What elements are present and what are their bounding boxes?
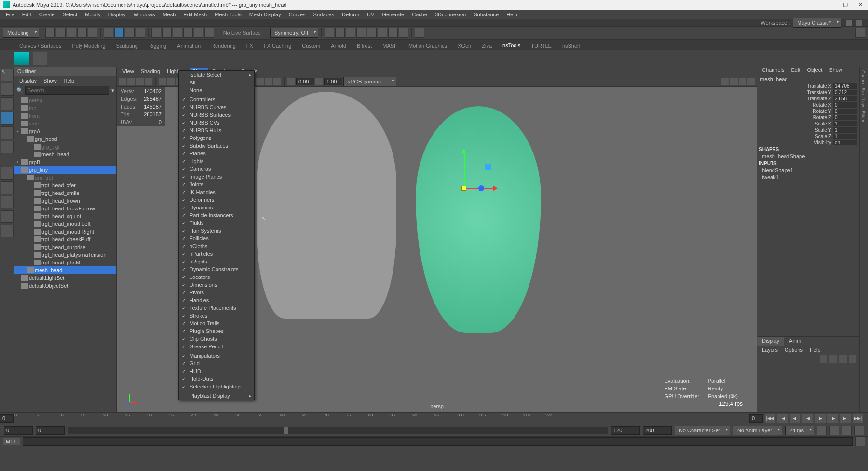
maximize-icon[interactable]: ▢ (843, 1, 850, 8)
account-icon[interactable] (855, 28, 865, 38)
vp-zoom-icon[interactable] (747, 78, 755, 85)
range-in-input[interactable] (36, 426, 65, 435)
shelf-tab-ziva[interactable]: Ziva (477, 42, 497, 50)
show-deformers[interactable]: ✓Deformers (179, 196, 254, 204)
show-dynamics[interactable]: ✓Dynamics (179, 204, 254, 211)
outliner-item-grpA[interactable]: -grpA (14, 127, 116, 135)
outliner-item-trgt_head_mouthLeft[interactable]: trgt_head_mouthLeft (14, 220, 116, 228)
show-grease-pencil[interactable]: ✓Grease Pencil (179, 343, 254, 350)
outliner-item-defaultObjectSet[interactable]: defaultObjectSet (14, 282, 116, 290)
step-back-button[interactable]: ◀| (790, 414, 800, 423)
range-end-input[interactable] (643, 426, 672, 435)
attr-visibility[interactable]: Visibilityon (759, 139, 857, 146)
show-motion-trails[interactable]: ✓Motion Trails (179, 319, 254, 327)
shelf-tab-mash[interactable]: MASH (378, 42, 403, 50)
vp-camera-icon[interactable] (119, 78, 126, 85)
show-nrigids[interactable]: ✓nRigids (179, 258, 254, 265)
shelf-tab-nstools[interactable]: nsTools (498, 41, 525, 50)
menu-help[interactable]: Help (502, 11, 521, 18)
component-mode-icon[interactable] (114, 28, 124, 38)
show-playblast-display[interactable]: Playblast Display (179, 392, 254, 400)
outliner-item-trgt_head_surprise[interactable]: trgt_head_surprise (14, 243, 116, 251)
show-selection-highlighting[interactable]: ✓Selection Highlighting (179, 383, 254, 390)
layers-menu[interactable]: Layers (759, 346, 781, 353)
show-nurbs-cvs[interactable]: ✓NURBS CVs (179, 119, 254, 126)
show-ncloths[interactable]: ✓nCloths (179, 242, 254, 250)
shelf-tab-rendering[interactable]: Rendering (206, 42, 241, 50)
outliner-item-front[interactable]: front (14, 112, 116, 120)
layout-1-button[interactable] (1, 181, 14, 194)
paint-select-button[interactable] (1, 97, 14, 110)
fps-dropdown[interactable]: 24 fps (785, 426, 814, 435)
attr-scale-z[interactable]: Scale Z1 (759, 133, 857, 139)
play-back-button[interactable]: ◀ (802, 414, 813, 423)
prefs-icon-1[interactable] (829, 426, 839, 435)
outliner-item-grp_trgt[interactable]: grp_trgt (14, 143, 116, 151)
menu-surfaces[interactable]: Surfaces (310, 11, 338, 18)
render-icon[interactable] (415, 28, 424, 38)
attr-scale-x[interactable]: Scale X1 (759, 121, 857, 127)
outliner-item-trgt_head_mouthRight[interactable]: trgt_head_mouthRight (14, 228, 116, 236)
vp-colorspace-dropdown[interactable]: sRGB gamma (343, 77, 396, 86)
select-tool-button[interactable]: ↖ (1, 69, 14, 81)
shelf-app-icon[interactable] (14, 52, 29, 65)
next-key-button[interactable]: ▶| (840, 414, 851, 423)
outliner-item-persp[interactable]: persp (14, 97, 116, 104)
layer-icon-1[interactable] (820, 355, 827, 363)
playback-icon-3[interactable] (346, 28, 355, 38)
outliner-item-side[interactable]: side (14, 120, 116, 127)
show-nurbs-hulls[interactable]: ✓NURBS Hulls (179, 126, 254, 134)
show-none[interactable]: None (179, 86, 254, 94)
menu-mesh-tools[interactable]: Mesh Tools (211, 11, 245, 18)
outliner-search-input[interactable] (25, 86, 109, 95)
playback-icon-6[interactable] (378, 28, 387, 38)
mode-dropdown[interactable]: Modeling (3, 28, 39, 38)
playback-icon-1[interactable] (325, 28, 334, 38)
shelf-tab-rigging[interactable]: Rigging (144, 42, 171, 50)
show-planes[interactable]: ✓Planes (179, 150, 254, 157)
outliner-item-trgt_head_xfer[interactable]: trgt_head_xfer (14, 181, 116, 189)
minimize-icon[interactable]: — (827, 1, 834, 8)
attr-rotate-z[interactable]: Rotate Z0 (759, 114, 857, 121)
show-fluids[interactable]: ✓Fluids (179, 219, 254, 227)
playback-icon-5[interactable] (367, 28, 377, 38)
undo-icon[interactable] (77, 28, 87, 38)
menu-file[interactable]: File (2, 11, 18, 18)
snap-view-icon[interactable] (194, 28, 203, 38)
close-icon[interactable]: ✕ (858, 1, 865, 8)
save-scene-icon[interactable] (67, 28, 76, 38)
snap-point-icon[interactable] (173, 28, 182, 38)
show-strokes[interactable]: ✓Strokes (179, 312, 254, 319)
animlayer-dropdown[interactable]: No Anim Layer (733, 426, 782, 435)
vp-xray-j-icon[interactable] (265, 78, 272, 85)
channels-menu[interactable]: Channels (759, 67, 787, 75)
vp-xray-icon[interactable] (256, 78, 264, 85)
menu-edit[interactable]: Edit (18, 11, 35, 18)
menu-create[interactable]: Create (35, 11, 59, 18)
show-pivots[interactable]: ✓Pivots (179, 289, 254, 296)
outliner-item-trgt_head_phnM[interactable]: trgt_head_phnM (14, 259, 116, 266)
vp-xray-a-icon[interactable] (273, 78, 281, 85)
menu-substance[interactable]: Substance (470, 11, 502, 18)
display-layers-tab[interactable]: Display (757, 337, 784, 346)
outliner-item-trgt_head_cheekPuff[interactable]: trgt_head_cheekPuff (14, 236, 116, 243)
playback-icon-4[interactable] (356, 28, 366, 38)
menu-deform[interactable]: Deform (338, 11, 363, 18)
shape-item[interactable]: mesh_headShape (762, 153, 854, 160)
outliner-item-trgt_head_platysmaTension[interactable]: trgt_head_platysmaTension (14, 251, 116, 259)
outliner-item-trgt_head_browFurrow[interactable]: trgt_head_browFurrow (14, 205, 116, 212)
menu-uv[interactable]: UV (363, 11, 378, 18)
vp-exposure-icon[interactable] (287, 78, 295, 85)
range-start-input[interactable] (4, 426, 33, 435)
timeline[interactable]: |◀◀ |◀ ◀| ◀ ▶ |▶ ▶| ▶▶| 0510152025303540… (0, 412, 868, 424)
shelf-tab-bifrost[interactable]: Bifrost (352, 42, 377, 50)
outliner-item-grp_tiny[interactable]: -grp_tiny (14, 166, 116, 174)
channels-object-menu[interactable]: Object (804, 67, 825, 75)
command-input[interactable] (23, 437, 853, 446)
snap-plane-icon[interactable] (183, 28, 193, 38)
outliner-item-top[interactable]: top (14, 104, 116, 112)
outliner-item-grp_trgt[interactable]: -grp_trgt (14, 174, 116, 181)
show-hair-systems[interactable]: ✓Hair Systems (179, 227, 254, 235)
shelf-tab-fx-caching[interactable]: FX Caching (259, 42, 296, 50)
timeline-curframe[interactable] (0, 414, 14, 423)
